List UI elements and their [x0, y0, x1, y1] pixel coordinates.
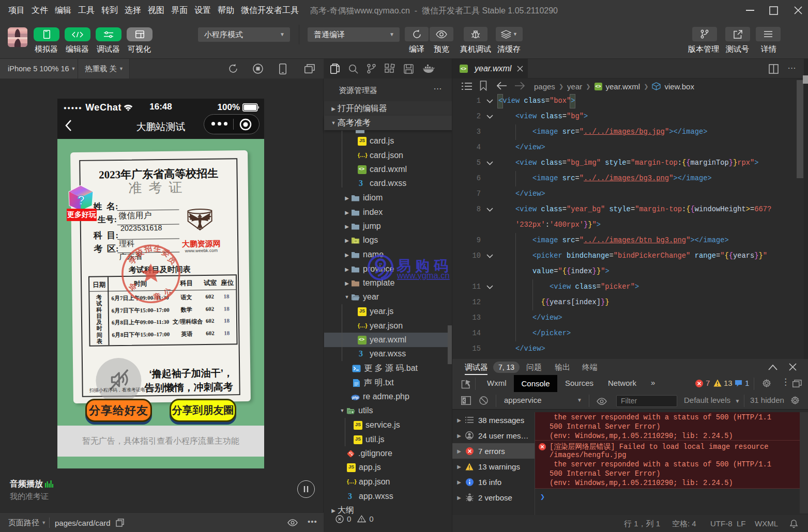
svg-text:www.ygma.cn: www.ygma.cn [397, 271, 450, 280]
svg-text:php: php [352, 396, 358, 400]
svg-text:公: 公 [162, 286, 174, 298]
svg-text:章: 章 [153, 292, 161, 302]
svg-text:生: 生 [153, 244, 162, 254]
svg-text:?: ? [78, 193, 85, 207]
